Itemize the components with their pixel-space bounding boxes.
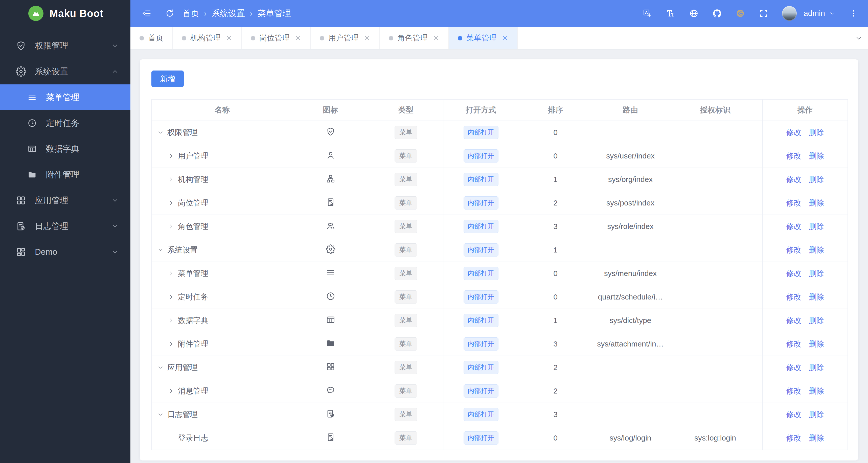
sidebar-item-应用管理[interactable]: 应用管理 [0,187,130,213]
tabs-dropdown-button[interactable] [849,27,868,49]
expand-arrow-icon[interactable] [168,223,175,230]
cell-auth [668,309,763,332]
cell-auth [668,262,763,285]
github-icon[interactable] [712,9,722,18]
delete-link[interactable]: 删除 [809,340,824,348]
tab-close-icon[interactable] [433,35,439,41]
expand-arrow-icon[interactable] [157,411,164,418]
delete-link[interactable]: 删除 [809,387,824,395]
sidebar-subitem-数据字典[interactable]: 数据字典 [0,136,130,162]
edit-link[interactable]: 修改 [786,316,801,325]
name-flex: 角色管理 [155,221,290,232]
expand-arrow-icon[interactable] [157,129,164,136]
cell-auth [668,168,763,191]
delete-link[interactable]: 删除 [809,269,824,278]
tab-用户管理[interactable]: 用户管理 [311,27,380,49]
tab-close-icon[interactable] [226,35,232,41]
expand-arrow-icon[interactable] [168,341,175,347]
menu-fold-icon[interactable] [142,8,152,19]
type-badge: 菜单 [395,126,417,139]
fullscreen-icon[interactable] [759,9,768,18]
expand-arrow-icon[interactable] [168,388,175,394]
expand-arrow-icon[interactable] [168,153,175,159]
edit-link[interactable]: 修改 [786,199,801,207]
sidebar-item-label: 日志管理 [35,221,111,232]
delete-link[interactable]: 删除 [809,316,824,325]
expand-arrow-icon[interactable] [157,247,164,253]
kebab-menu-icon[interactable] [849,9,858,18]
edit-link[interactable]: 修改 [786,434,801,442]
cell-sort: 0 [518,426,593,450]
expand-arrow-icon[interactable] [157,364,164,371]
tab-close-icon[interactable] [502,35,508,41]
tab-菜单管理[interactable]: 菜单管理 [449,27,518,49]
avatar[interactable] [782,6,797,21]
cell-open-mode: 内部打开 [444,144,518,168]
edit-link[interactable]: 修改 [786,128,801,136]
cell-icon [293,356,368,379]
cell-route: sys/user/index [593,144,668,168]
delete-link[interactable]: 删除 [809,410,824,419]
delete-link[interactable]: 删除 [809,434,824,442]
edit-link[interactable]: 修改 [786,152,801,160]
add-button[interactable]: 新增 [151,70,184,87]
breadcrumb-current[interactable]: 菜单管理 [257,8,291,19]
sidebar-subitem-定时任务[interactable]: 定时任务 [0,110,130,136]
breadcrumb-system[interactable]: 系统设置 [212,8,245,19]
tab-机构管理[interactable]: 机构管理 [173,27,242,49]
delete-link[interactable]: 删除 [809,175,824,183]
delete-link[interactable]: 删除 [809,222,824,230]
edit-link[interactable]: 修改 [786,363,801,371]
translate-icon[interactable] [643,9,652,18]
cell-type: 菜单 [368,309,444,332]
sidebar-subitem-附件管理[interactable]: 附件管理 [0,162,130,187]
edit-link[interactable]: 修改 [786,340,801,348]
edit-link[interactable]: 修改 [786,246,801,254]
edit-link[interactable]: 修改 [786,175,801,183]
tab-close-icon[interactable] [364,35,370,41]
breadcrumb-home[interactable]: 首页 [183,8,199,19]
type-badge: 菜单 [395,384,417,397]
expand-arrow-icon[interactable] [168,294,175,300]
edit-link[interactable]: 修改 [786,410,801,419]
delete-link[interactable]: 删除 [809,128,824,136]
globe-icon[interactable] [689,9,699,18]
edit-link[interactable]: 修改 [786,292,801,301]
menu-name: 机构管理 [178,175,208,185]
gitee-icon[interactable] [736,9,745,18]
tab-角色管理[interactable]: 角色管理 [380,27,449,49]
sidebar-subitem-菜单管理[interactable]: 菜单管理 [0,84,130,110]
edit-link[interactable]: 修改 [786,222,801,230]
user-menu[interactable]: admin [804,9,836,18]
sidebar-item-权限管理[interactable]: 权限管理 [0,33,130,59]
cell-actions: 修改删除 [763,262,848,285]
sidebar-item-Demo[interactable]: Demo [0,239,130,265]
topbar: 首页 › 系统设置 › 菜单管理 admin [130,0,868,27]
shield-check-icon [326,127,335,136]
delete-link[interactable]: 删除 [809,246,824,254]
user-name: admin [804,9,825,18]
tab-close-icon[interactable] [295,35,301,41]
edit-link[interactable]: 修改 [786,269,801,278]
expand-arrow-icon[interactable] [168,176,175,183]
cell-name: 应用管理 [152,356,293,379]
delete-link[interactable]: 删除 [809,292,824,301]
delete-link[interactable]: 删除 [809,199,824,207]
refresh-icon[interactable] [165,8,175,19]
table-row: 附件管理菜单内部打开3sys/attachment/in…修改删除 [152,332,848,356]
expand-arrow-icon[interactable] [168,199,175,206]
expand-arrow-icon[interactable] [168,270,175,277]
expand-arrow-icon[interactable] [168,317,175,324]
brand[interactable]: Maku Boot [0,0,130,27]
font-size-icon[interactable] [666,9,675,18]
delete-link[interactable]: 删除 [809,363,824,371]
edit-link[interactable]: 修改 [786,387,801,395]
delete-link[interactable]: 删除 [809,152,824,160]
tab-岗位管理[interactable]: 岗位管理 [242,27,311,49]
sidebar-item-日志管理[interactable]: 日志管理 [0,213,130,239]
cell-type: 菜单 [368,121,444,144]
name-flex: 用户管理 [155,151,290,161]
sidebar-item-系统设置[interactable]: 系统设置 [0,59,130,84]
tab-首页[interactable]: 首页 [130,27,173,49]
cell-name: 附件管理 [152,332,293,356]
